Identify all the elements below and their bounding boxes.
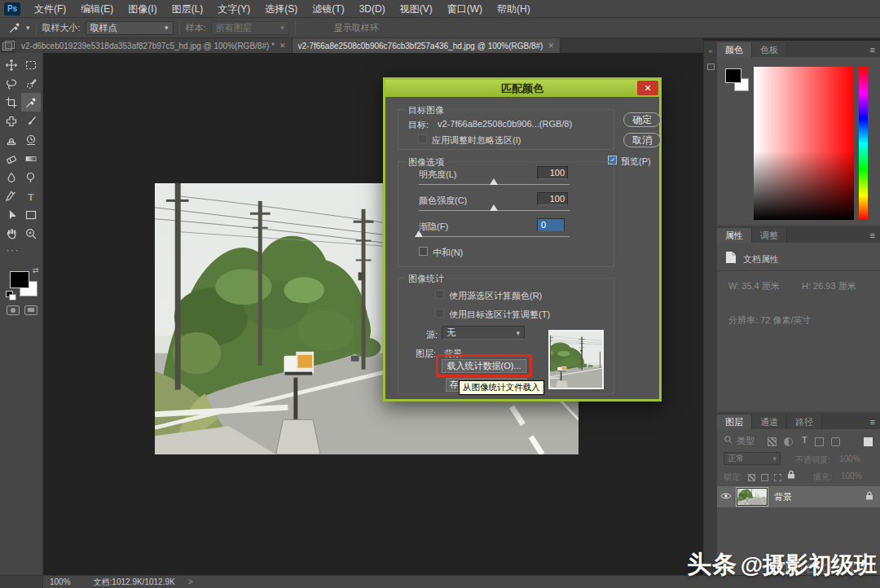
menu-item-3d[interactable]: 3D(D) (352, 0, 393, 18)
crop-tool[interactable] (2, 93, 21, 112)
source-dropdown[interactable]: 无▾ (442, 326, 525, 340)
arrange-documents-icon[interactable] (2, 42, 12, 50)
hand-tool[interactable] (2, 224, 21, 243)
collapse-panels-icon[interactable]: « (704, 47, 717, 55)
tool-preset-chevron-icon[interactable]: ▾ (26, 24, 30, 32)
clone-stamp-tool[interactable] (2, 130, 21, 149)
dialog-title[interactable]: 匹配颜色 (385, 80, 659, 97)
luminance-label: 明亮度(L) (419, 169, 456, 181)
close-tab-icon[interactable]: ✕ (548, 42, 554, 50)
tab-swatches[interactable]: 色板 (752, 42, 787, 57)
layer-label: 图层: (416, 348, 436, 360)
preview-label: 预览(P) (621, 156, 651, 168)
target-label: 目标: (408, 119, 429, 131)
type-tool[interactable]: T (21, 186, 41, 205)
brush-tool[interactable] (21, 112, 41, 130)
menu-item-select[interactable]: 选择(S) (257, 0, 305, 18)
dialog-close-button[interactable]: ✕ (637, 81, 658, 95)
dock-panel-icon[interactable] (707, 64, 715, 70)
status-bar-corner (0, 576, 43, 588)
eyedropper-tool[interactable] (21, 93, 41, 112)
edit-toolbar-icon[interactable]: ··· (0, 243, 42, 257)
fade-slider[interactable] (419, 236, 570, 237)
neutralize-checkbox[interactable] (419, 247, 428, 256)
default-colors-icon[interactable] (6, 291, 13, 297)
tab-properties[interactable]: 属性 (717, 228, 752, 243)
tab-adjustments[interactable]: 调整 (752, 228, 787, 243)
panel-menu-icon[interactable]: ≡ (870, 42, 875, 57)
menu-item-help[interactable]: 帮助(H) (490, 0, 538, 18)
quick-selection-tool[interactable] (21, 74, 41, 93)
document-tab-1[interactable]: v2-d6bceb019239e5318da353af827b97c5_hd.j… (15, 38, 293, 53)
panel-menu-icon[interactable]: ≡ (870, 415, 875, 429)
filter-adjustment-layers-icon[interactable] (784, 436, 796, 447)
history-brush-tool[interactable] (21, 130, 41, 149)
layer-filter-toggle-icon[interactable] (864, 436, 876, 447)
rectangle-tool[interactable] (21, 205, 41, 224)
zoom-tool[interactable] (21, 224, 41, 243)
layer-row-background[interactable]: 背景 (717, 486, 880, 507)
lock-position-icon[interactable] (774, 472, 785, 483)
filter-type-layers-icon[interactable]: T (802, 435, 807, 444)
menu-item-window[interactable]: 窗口(W) (440, 0, 490, 18)
lock-transparency-icon[interactable] (748, 472, 759, 483)
swap-colors-icon[interactable]: ⇄ (33, 266, 39, 274)
menu-item-image[interactable]: 图像(I) (121, 0, 164, 18)
dodge-tool[interactable] (21, 168, 41, 186)
tab-channels[interactable]: 通道 (752, 415, 787, 429)
color-intensity-value[interactable]: 100 (537, 192, 568, 205)
saturation-brightness-field[interactable] (754, 67, 854, 220)
color-intensity-slider-thumb[interactable] (490, 204, 498, 211)
quick-mask-mode-button[interactable] (7, 305, 20, 315)
foreground-color-swatch[interactable] (10, 271, 29, 288)
cancel-button[interactable]: 取消 (623, 133, 661, 147)
annotation-highlight-box (436, 354, 532, 377)
gradient-tool[interactable] (21, 149, 41, 168)
sample-size-dropdown[interactable]: 取样点▾ (86, 21, 174, 35)
screen-mode-button[interactable] (24, 305, 37, 315)
color-panel-foreground-swatch[interactable] (725, 68, 741, 83)
zoom-level-field[interactable]: 100% (50, 577, 71, 586)
fade-slider-thumb[interactable] (415, 230, 423, 237)
move-tool[interactable] (2, 55, 21, 74)
panel-menu-icon[interactable]: ≡ (870, 228, 875, 243)
tab-color[interactable]: 颜色 (717, 42, 752, 57)
luminance-slider-thumb[interactable] (490, 178, 498, 185)
lock-image-icon[interactable] (761, 472, 772, 483)
spot-healing-brush-tool[interactable] (2, 112, 21, 130)
luminance-value[interactable]: 100 (537, 166, 568, 179)
status-options-chevron-icon[interactable]: > (188, 577, 193, 586)
ok-button[interactable]: 确定 (623, 112, 661, 127)
filter-shape-layers-icon[interactable] (815, 436, 827, 447)
filter-pixel-layers-icon[interactable] (768, 436, 780, 447)
menu-item-filter[interactable]: 滤镜(T) (305, 0, 351, 18)
tab-paths[interactable]: 路径 (787, 415, 822, 429)
eyedropper-tool-icon[interactable] (8, 21, 21, 34)
lasso-tool[interactable] (2, 74, 21, 93)
panel-dock: 颜色 色板 ≡ 属性 调整 ≡ 文档属性 (717, 41, 880, 575)
image-options-group: 图像选项 明亮度(L) 100 颜色强度(C) 100 渐隐(F) 0 中和(N… (398, 161, 614, 267)
layer-name[interactable]: 背景 (774, 491, 792, 503)
hue-ramp[interactable] (859, 67, 868, 220)
pen-tool[interactable] (2, 186, 21, 205)
fade-value[interactable]: 0 (537, 218, 565, 231)
menu-item-file[interactable]: 文件(F) (27, 0, 73, 18)
filter-smart-object-icon[interactable] (831, 436, 843, 447)
close-tab-icon[interactable]: ✕ (279, 42, 286, 50)
menu-item-edit[interactable]: 编辑(E) (73, 0, 121, 18)
layer-filter-type-label[interactable]: 类型 (737, 435, 755, 447)
rectangular-marquee-tool[interactable] (21, 55, 41, 74)
layer-thumbnail[interactable] (737, 488, 768, 506)
layer-visibility-eye-icon[interactable] (717, 491, 735, 502)
fade-label: 渐隐(F) (419, 221, 448, 233)
tab-layers[interactable]: 图层 (717, 415, 752, 429)
eraser-tool[interactable] (2, 149, 21, 168)
document-tab-2-active[interactable]: v2-7f66a8e2508c0b906c76cb3bf257a436_hd.j… (293, 38, 561, 53)
lock-all-icon[interactable] (787, 470, 795, 481)
menu-item-view[interactable]: 视图(V) (393, 0, 440, 18)
path-selection-tool[interactable] (2, 205, 21, 224)
menu-item-type[interactable]: 文字(Y) (210, 0, 257, 18)
blur-tool[interactable] (2, 168, 21, 186)
menu-item-layer[interactable]: 图层(L) (165, 0, 211, 18)
options-separator (36, 21, 37, 35)
